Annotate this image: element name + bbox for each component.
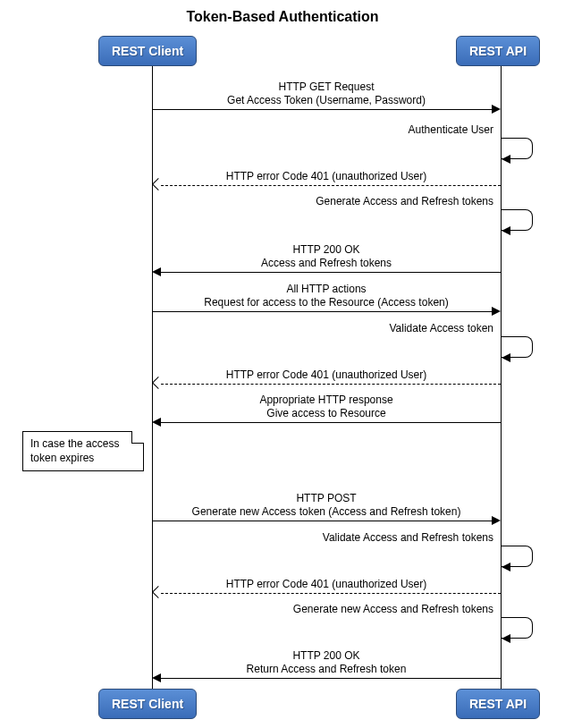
- msg-post-a: HTTP POST: [152, 492, 501, 504]
- msg-200-ok-2a: HTTP 200 OK: [152, 649, 501, 662]
- sequence-diagram: Token-Based Authentication REST Client R…: [9, 9, 556, 719]
- msg-200-ok-1a: HTTP 200 OK: [152, 243, 501, 256]
- msg-gen-tokens: Generate Access and Refresh tokens: [316, 195, 493, 207]
- msg-validate-token: Validate Access token: [389, 322, 493, 334]
- msg-200-ok-2b: Return Access and Refresh token: [152, 663, 501, 675]
- msg-401-1: HTTP error Code 401 (unauthorized User): [152, 170, 501, 182]
- arrow-m12: [161, 593, 501, 594]
- msg-all-actions-a: All HTTP actions: [152, 283, 501, 295]
- note-text: In case the access token expires: [30, 437, 119, 464]
- arrowhead-m1: [492, 105, 501, 114]
- arrow-m6: [152, 311, 492, 312]
- arrowhead-m4: [502, 226, 510, 235]
- msg-post-b: Generate new Access token (Access and Re…: [152, 505, 501, 518]
- note-dogear-icon: [131, 431, 144, 444]
- note-token-expires: In case the access token expires: [22, 431, 144, 471]
- msg-validate-both: Validate Access and Refresh tokens: [323, 531, 493, 544]
- arrow-m3: [161, 185, 501, 186]
- arrowhead-m5: [152, 267, 161, 276]
- arrow-m5: [161, 272, 501, 273]
- arrow-m14: [161, 678, 501, 679]
- arrow-m9: [161, 422, 501, 423]
- arrow-m1: [152, 109, 492, 110]
- msg-all-actions-b: Request for access to the Resource (Acce…: [152, 296, 501, 309]
- arrowhead-m2: [502, 155, 510, 164]
- msg-authenticate: Authenticate User: [409, 123, 493, 136]
- arrowhead-m11: [502, 563, 510, 571]
- arrowhead-m14: [152, 673, 161, 682]
- msg-200-ok-1b: Access and Refresh tokens: [152, 257, 501, 269]
- arrowhead-m9: [152, 418, 161, 427]
- msg-response-b: Give access to Resource: [152, 407, 501, 419]
- arrowhead-m10: [492, 516, 501, 525]
- arrowhead-m7: [502, 353, 510, 362]
- participant-client-top: REST Client: [98, 36, 197, 66]
- msg-response-a: Appropriate HTTP response: [152, 394, 501, 406]
- participant-api-bottom: REST API: [456, 689, 540, 719]
- arrowhead-m6: [492, 307, 501, 316]
- msg-gen-new-tokens: Generate new Access and Refresh tokens: [293, 603, 493, 615]
- msg-get-request-1: HTTP GET Request: [152, 80, 501, 93]
- diagram-title: Token-Based Authentication: [9, 9, 556, 25]
- arrowhead-m13: [502, 634, 510, 643]
- msg-401-2: HTTP error Code 401 (unauthorized User): [152, 368, 501, 381]
- participant-api-top: REST API: [456, 36, 540, 66]
- arrow-m8: [161, 384, 501, 385]
- msg-401-3: HTTP error Code 401 (unauthorized User): [152, 578, 501, 590]
- participant-client-bottom: REST Client: [98, 689, 197, 719]
- arrow-m10: [152, 521, 492, 521]
- msg-get-request-2: Get Access Token (Username, Password): [152, 94, 501, 106]
